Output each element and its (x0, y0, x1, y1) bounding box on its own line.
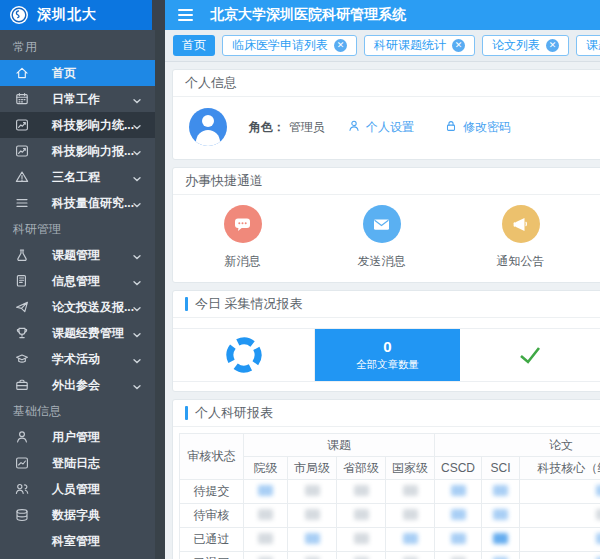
sidebar-item[interactable]: 权限管理 (0, 554, 155, 559)
sidebar-item[interactable]: 论文投送及报... (0, 294, 155, 320)
quick-action[interactable]: 通知公告 (451, 205, 590, 270)
report-cell (244, 504, 288, 528)
chevron-down-icon (131, 171, 143, 183)
chevron-down-icon (131, 327, 143, 339)
quick-channel-header: 办事快捷通道 (173, 168, 600, 195)
tab[interactable]: 临床医学申请列表✕ (222, 35, 357, 56)
report-cell (244, 480, 288, 504)
sidebar-item[interactable]: 数据字典 (0, 502, 155, 528)
sidebar-item-label: 论文投送及报... (52, 299, 134, 316)
report-cell (337, 552, 386, 559)
sidebar-item-label: 三名工程 (52, 169, 100, 186)
accent-bar (185, 406, 188, 420)
calendar-icon (14, 91, 30, 107)
card-title: 今日 采集情况报表 (195, 291, 303, 317)
sidebar-item[interactable]: 信息管理 (0, 268, 155, 294)
report-cell (482, 480, 520, 504)
column-header: SCI (482, 457, 520, 480)
logo-text: 深圳北大 (37, 6, 97, 24)
tab[interactable]: 科研课题统计✕ (364, 35, 475, 56)
tab-close-icon[interactable]: ✕ (334, 39, 347, 52)
change-password-link[interactable]: 修改密码 (444, 119, 511, 136)
report-cell (520, 504, 600, 528)
list-icon (14, 195, 30, 211)
sidebar-item[interactable]: 课题经费管理 (0, 320, 155, 346)
sidebar-item-label: 科室管理 (52, 533, 100, 550)
row-label: 待提交 (180, 480, 244, 504)
report-cell (288, 552, 337, 559)
sidebar-item-label: 学术活动 (52, 351, 100, 368)
sidebar-item-label: 数据字典 (52, 507, 100, 524)
sidebar-item[interactable]: 科室管理 (0, 528, 155, 554)
report-cell (288, 480, 337, 504)
sidebar-item[interactable]: 学术活动 (0, 346, 155, 372)
masked-value (403, 485, 418, 496)
masked-value (451, 485, 466, 496)
quick-action[interactable]: 发送消息 (312, 205, 451, 270)
tab-bar: 首页临床医学申请列表✕科研课题统计✕论文列表✕课题费用报表✕用户列表✕ (165, 30, 600, 62)
tab[interactable]: 论文列表✕ (482, 35, 569, 56)
sidebar-item[interactable]: 科技量值研究... (0, 190, 155, 216)
sidebar-item[interactable]: 科技影响力统... (0, 112, 155, 138)
sidebar-item-label: 科技影响力报... (52, 143, 134, 160)
sidebar-item[interactable]: 科技影响力报... (0, 138, 155, 164)
sidebar-item-label: 外出参会 (52, 377, 100, 394)
sidebar-item[interactable]: 三名工程 (0, 164, 155, 190)
sidebar-item[interactable]: 首页 (0, 60, 155, 86)
header-bar: 北京大学深圳医院科研管理系统 (165, 0, 600, 30)
graduation-cap-icon (14, 351, 30, 367)
quick-channel-card: 办事快捷通道 新消息发送消息通知公告 (172, 167, 600, 283)
masked-value (305, 509, 320, 520)
sidebar-item[interactable]: 外出参会 (0, 372, 155, 398)
paper-plane-icon (14, 299, 30, 315)
quick-action[interactable]: 新消息 (173, 205, 312, 270)
log-chart-icon (14, 455, 30, 471)
app-window: 深圳北大 北京大学深圳医院科研管理系统 常用首页日常工作科技影响力统...科技影… (0, 0, 600, 559)
report-table-wrap: 审核状态课题论文院级市局级省部级国家级CSCDSCI科技核心（统计源）期刊待提交… (173, 427, 600, 559)
row-label: 已退回 (180, 552, 244, 559)
tab[interactable]: 课题费用报表✕ (576, 35, 600, 56)
sidebar-section-label: 常用 (0, 34, 165, 60)
tab[interactable]: 首页 (173, 35, 215, 56)
hospital-emblem-icon (9, 5, 29, 25)
blank-icon (14, 533, 30, 549)
personal-settings-link[interactable]: 个人设置 (347, 119, 414, 136)
stat-label: 全部文章数量 (356, 358, 419, 372)
trend-chart-icon (14, 143, 30, 159)
sidebar-gutter (152, 0, 165, 30)
sidebar-item[interactable]: 用户管理 (0, 424, 155, 450)
quick-action-label: 新消息 (225, 253, 261, 270)
masked-value (403, 533, 418, 544)
flask-icon (14, 247, 30, 263)
chat-bubble-icon (224, 205, 262, 243)
content-area: 个人信息 角色：管理员 个人设置修改密码 办事快捷通道 新消息发送消息通知公告 (165, 62, 600, 559)
table-row: 待审核 (180, 504, 600, 528)
tab-close-icon[interactable]: ✕ (452, 39, 465, 52)
corner-header: 审核状态 (180, 434, 244, 480)
sidebar-item[interactable]: 人员管理 (0, 476, 155, 502)
report-cell (288, 504, 337, 528)
link-label: 个人设置 (366, 119, 414, 136)
stat-box-total-articles: 0 全部文章数量 (315, 329, 460, 381)
app-title: 北京大学深圳医院科研管理系统 (210, 6, 406, 24)
sidebar-item[interactable]: 课题管理 (0, 242, 155, 268)
report-cell (520, 528, 600, 552)
masked-value (403, 509, 418, 520)
menu-toggle-icon[interactable] (178, 9, 193, 21)
role-line: 角色：管理员 (249, 119, 325, 136)
table-row: 已退回 (180, 552, 600, 559)
column-header: 科技核心（统计源）期刊 (520, 457, 600, 480)
sidebar-item-label: 科技量值研究... (52, 195, 134, 212)
tab-label: 首页 (182, 37, 206, 54)
sidebar-item[interactable]: 登陆日志 (0, 450, 155, 476)
report-cell (244, 528, 288, 552)
personal-info-header: 个人信息 (173, 70, 600, 97)
trend-chart-icon (14, 117, 30, 133)
sidebar-item-label: 人员管理 (52, 481, 100, 498)
group-header: 课题 (244, 434, 435, 457)
masked-value (258, 533, 273, 544)
stat-box-check (460, 329, 600, 381)
sidebar-item-label: 登陆日志 (52, 455, 100, 472)
sidebar-item[interactable]: 日常工作 (0, 86, 155, 112)
tab-close-icon[interactable]: ✕ (546, 39, 559, 52)
